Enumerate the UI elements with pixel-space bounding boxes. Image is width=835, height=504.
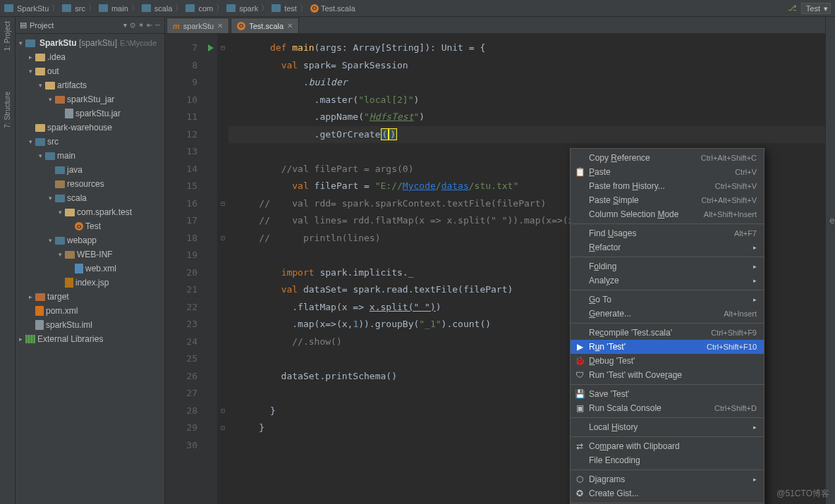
menu-icon: ✪ [575, 488, 585, 498]
menu-item[interactable]: 💾Save 'Test' [571, 387, 764, 401]
tree-node[interactable]: artifacts [16, 78, 164, 92]
tree-node[interactable]: OTest [16, 219, 164, 233]
fold-column[interactable]: ⊟⊟⊡⊡⊡ [217, 34, 228, 504]
editor-context-menu[interactable]: Copy ReferenceCtrl+Alt+Shift+C📋PasteCtrl… [570, 148, 764, 504]
tree-node[interactable]: main [16, 149, 164, 163]
tree-node[interactable]: WEB-INF [16, 247, 164, 262]
project-panel-icon: ▤ [20, 20, 27, 30]
menu-item[interactable]: Paste from History...Ctrl+Shift+V [571, 179, 764, 193]
breadcrumb-item[interactable]: scala [142, 4, 173, 13]
tree-node[interactable]: External Libraries [16, 332, 164, 346]
scala-object-icon: O [310, 4, 319, 13]
folder-icon [4, 4, 13, 12]
tree-node[interactable]: sparkStu_jar [16, 92, 164, 106]
menu-icon: 📋 [575, 167, 585, 177]
tree-node[interactable]: index.jsp [16, 276, 164, 290]
breadcrumb-item[interactable]: O Test.scala [310, 4, 355, 13]
tree-node[interactable]: sparkStu.iml [16, 318, 164, 332]
folder-icon [226, 4, 236, 12]
menu-icon: ⬡ [575, 474, 585, 484]
folder-icon [272, 4, 281, 12]
menu-item[interactable]: Recompile 'Test.scala'Ctrl+Shift+F9 [571, 326, 764, 340]
folder-icon [99, 4, 108, 12]
gear-icon[interactable]: ✶ [138, 21, 144, 29]
menu-item[interactable]: ⇄Compare with Clipboard [571, 439, 764, 453]
menu-item[interactable]: ▣Run Scala ConsoleCtrl+Shift+D [571, 401, 764, 415]
tree-node[interactable]: src [16, 135, 164, 149]
menu-item[interactable]: Folding▸ [571, 259, 764, 273]
menu-icon: 💾 [575, 389, 585, 399]
tree-node[interactable]: spark-warehouse [16, 121, 164, 135]
menu-item[interactable]: Column Selection ModeAlt+Shift+Insert [571, 207, 764, 221]
menu-item[interactable]: Refactor▸ [571, 240, 764, 254]
collapse-icon[interactable]: ⇤ [147, 21, 152, 29]
menu-item[interactable]: Go To▸ [571, 293, 764, 307]
tree-node[interactable]: webapp [16, 233, 164, 247]
branch-icon[interactable]: ⎇ [788, 4, 797, 13]
menu-icon: ▶ [575, 342, 585, 352]
menu-icon: ▣ [575, 403, 585, 413]
tree-node[interactable]: SparkStu [sparkStu]E:\Mycode [16, 36, 164, 50]
close-icon[interactable]: ✕ [217, 22, 223, 30]
menu-item[interactable]: Generate...Alt+Insert [571, 307, 764, 321]
editor-tab[interactable]: msparkStu✕ [166, 18, 229, 33]
menu-item[interactable]: Find UsagesAlt+F7 [571, 226, 764, 240]
tree-node[interactable]: out [16, 64, 164, 78]
menu-item[interactable]: 🛡Run 'Test' with Coverage [571, 368, 764, 382]
close-icon[interactable]: ✕ [287, 22, 293, 30]
tree-node[interactable]: com.spark.test [16, 205, 164, 219]
tree-node[interactable]: resources [16, 177, 164, 191]
project-panel-title: Project [30, 21, 54, 30]
breadcrumb-item[interactable]: SparkStu [4, 4, 49, 13]
menu-icon: ⇄ [575, 441, 585, 451]
structure-toolwindow-button[interactable]: 7: Structure [4, 92, 11, 128]
tree-node[interactable]: .idea [16, 50, 164, 64]
tree-node[interactable]: target [16, 290, 164, 304]
menu-icon: 🛡 [575, 370, 585, 380]
breadcrumb: SparkStu〉src〉main〉scala〉com〉spark〉test〉O… [0, 0, 835, 17]
menu-item[interactable]: Analyze▸ [571, 273, 764, 288]
menu-item[interactable]: ✪Create Gist... [571, 486, 764, 500]
menu-item[interactable]: ⬡Diagrams▸ [571, 472, 764, 486]
breadcrumb-item[interactable]: com [185, 4, 213, 13]
menu-item[interactable]: 📋PasteCtrl+V [571, 165, 764, 179]
tree-node[interactable]: java [16, 163, 164, 177]
menu-item[interactable]: Copy ReferenceCtrl+Alt+Shift+C [571, 151, 764, 165]
tree-node[interactable]: scala [16, 191, 164, 205]
scroll-from-source-icon[interactable]: ⊙ [130, 21, 135, 29]
editor-tabs: msparkStu✕OTest.scala✕ [165, 17, 825, 34]
run-gutter[interactable] [205, 34, 217, 504]
menu-item[interactable]: File Encoding [571, 453, 764, 467]
breadcrumb-item[interactable]: spark [226, 4, 258, 13]
line-number-gutter: 7891011121314151617181920212223242526272… [165, 34, 205, 504]
hide-icon[interactable]: ─ [155, 21, 160, 29]
run-config-dropdown[interactable]: Test [801, 3, 831, 14]
menu-item[interactable]: ▶Run 'Test'Ctrl+Shift+F10 [571, 340, 764, 354]
project-toolwindow-button[interactable]: 1: Project [4, 21, 11, 51]
breadcrumb-item[interactable]: main [99, 4, 128, 13]
right-toolwindow-bar [825, 17, 835, 504]
project-panel: ▤ Project ▾ ⊙ ✶ ⇤ ─ SparkStu [sparkStu]E… [16, 17, 165, 504]
tree-node[interactable]: web.xml [16, 262, 164, 276]
folder-icon [185, 4, 195, 12]
run-line-icon[interactable] [208, 44, 214, 51]
menu-item[interactable]: Local History▸ [571, 420, 764, 434]
menu-item[interactable]: Paste SimpleCtrl+Alt+Shift+V [571, 193, 764, 207]
folder-icon [62, 4, 71, 12]
editor-tab[interactable]: OTest.scala✕ [231, 18, 299, 33]
folder-icon [142, 4, 151, 12]
tree-node[interactable]: sparkStu.jar [16, 106, 164, 121]
menu-icon: 🐞 [575, 356, 585, 366]
left-toolwindow-bar: 1: Project 7: Structure [0, 17, 16, 504]
project-tree[interactable]: SparkStu [sparkStu]E:\Mycode.ideaoutarti… [16, 34, 164, 504]
tree-node[interactable]: pom.xml [16, 304, 164, 318]
breadcrumb-item[interactable]: test [272, 4, 297, 13]
watermark: @51CTO博客 [776, 488, 829, 500]
breadcrumb-item[interactable]: src [62, 4, 85, 13]
project-view-mode[interactable]: ▾ [123, 21, 127, 29]
menu-item[interactable]: 🐞Debug 'Test' [571, 354, 764, 368]
